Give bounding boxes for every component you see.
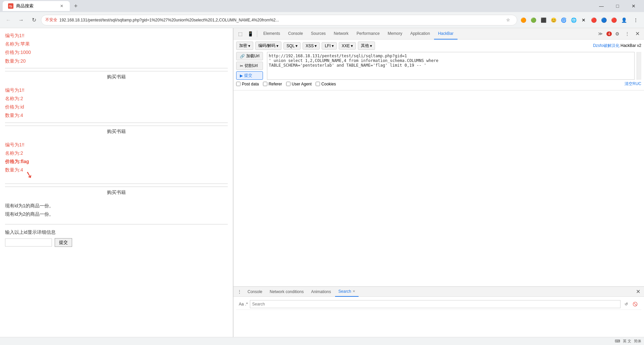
drawer-close-button[interactable]: ✕ — [634, 288, 642, 296]
product-2-line3: 价格为:id — [5, 103, 228, 111]
tab-memory[interactable]: Memory — [384, 28, 406, 40]
title-bar: 🛍 商品搜索 ✕ + — □ ✕ — [0, 0, 644, 12]
devtools-more-button[interactable]: ≫ — [596, 29, 605, 39]
back-button[interactable]: ← — [3, 14, 14, 26]
buy-link-1[interactable]: 购买书籍 — [5, 71, 228, 83]
ext-icon-9[interactable]: 🔵 — [599, 15, 608, 25]
search-regex-label: .* — [245, 302, 248, 306]
address-text: 192.168.18.131/pentest/test/sqli/sqltamp… — [59, 18, 501, 22]
devtools-content-area — [233, 90, 644, 286]
drawer-tab-search-close[interactable]: ✕ — [353, 289, 355, 293]
tab-performance[interactable]: Performance — [353, 28, 384, 40]
close-button[interactable]: ✕ — [626, 0, 641, 12]
clear-ruc-button[interactable]: 清空RUC — [625, 81, 641, 87]
tab-elements[interactable]: Elements — [259, 28, 284, 40]
tab-console[interactable]: Console — [284, 28, 307, 40]
drawer-options-button[interactable]: ⋮ — [235, 289, 244, 294]
product-block-2: 编号为1!! 名称为:2 价格为:id 数量为:4 购买书籍 — [5, 86, 228, 137]
load-icon: 🔗 — [240, 54, 245, 59]
ext-icon-7[interactable]: ✕ — [579, 15, 588, 25]
drawer-tab-network-conditions[interactable]: Network conditions — [266, 287, 307, 297]
submit-button[interactable]: ▶ 提交 — [236, 71, 263, 80]
drawer-tab-console[interactable]: Console — [244, 287, 266, 297]
split-url-button[interactable]: ✂ 切割Url — [236, 62, 263, 70]
page-content: 编号为1!! 名称为:苹果 价格为:1000 数量为:20 购买书籍 编号为1!… — [0, 28, 233, 337]
form-submit-button[interactable]: 提交 — [55, 238, 72, 247]
xxe-dropdown[interactable]: XXE ▾ — [339, 42, 356, 50]
search-refresh-button[interactable]: ↺ — [623, 300, 630, 308]
error-badge: 4 — [606, 31, 612, 36]
hackbar-scrollbar[interactable] — [637, 52, 641, 80]
product-block-1: 编号为1!! 名称为:苹果 价格为:1000 数量为:20 购买书籍 — [5, 31, 228, 83]
post-data-checkbox[interactable]: Post data — [236, 82, 259, 86]
ext-icon-1[interactable]: 🟠 — [519, 15, 528, 25]
drawer-tab-search[interactable]: Search ✕ — [335, 287, 359, 297]
hackbar-credit-link[interactable]: Dzsfo破解汉化 — [593, 43, 620, 48]
devtools-device-button[interactable]: 📱 — [246, 29, 255, 39]
product-id-input[interactable] — [5, 238, 52, 247]
divider-1 — [5, 68, 228, 68]
maximize-button[interactable]: □ — [610, 0, 625, 12]
referer-input[interactable] — [263, 82, 267, 86]
cookies-checkbox[interactable]: Cookies — [316, 82, 336, 86]
divider-2 — [5, 123, 228, 123]
buy-link-2[interactable]: 购买书籍 — [5, 126, 228, 137]
buy-link-3[interactable]: 购买书籍 — [5, 187, 228, 198]
tab-hackbar[interactable]: HackBar — [434, 28, 458, 40]
user-agent-checkbox[interactable]: User Agent — [286, 82, 312, 86]
divider-form — [5, 224, 228, 224]
product-search-form: 输入以上id显示详细信息 提交 — [5, 229, 228, 247]
tab-application[interactable]: Application — [406, 28, 434, 40]
chrome-menu-button[interactable]: ⋮ — [630, 14, 641, 26]
sql-dropdown[interactable]: SQL ▾ — [283, 42, 301, 50]
ext-icon-5[interactable]: 🌀 — [559, 15, 568, 25]
tab-network[interactable]: Network — [330, 28, 353, 40]
search-actions: ↺ 🚫 — [623, 300, 639, 308]
search-clear-button[interactable]: 🚫 — [631, 300, 639, 308]
encode-dropdown[interactable]: 编码/解码 ▾ — [255, 42, 281, 50]
encrypt-dropdown[interactable]: 加密 ▾ — [236, 42, 253, 50]
tab-close-button[interactable]: ✕ — [59, 3, 64, 9]
ext-icon-6[interactable]: 🌐 — [569, 15, 578, 25]
ext-icon-8[interactable]: 🔴 — [589, 15, 598, 25]
search-input[interactable] — [250, 300, 621, 308]
lfi-dropdown[interactable]: LFI ▾ — [322, 42, 336, 50]
user-agent-input[interactable] — [286, 82, 290, 86]
referer-checkbox[interactable]: Referer — [263, 82, 282, 86]
load-url-button[interactable]: 🔗 加载Url — [236, 52, 263, 60]
new-tab-button[interactable]: + — [71, 1, 80, 11]
tab-sources[interactable]: Sources — [307, 28, 330, 40]
ext-icon-2[interactable]: 🟢 — [529, 15, 538, 25]
chevron-down-icon-6: ▾ — [351, 44, 353, 48]
chevron-down-icon-7: ▾ — [370, 44, 372, 48]
other-dropdown[interactable]: 其他 ▾ — [358, 42, 375, 50]
browser-tab[interactable]: 🛍 商品搜索 ✕ — [3, 1, 70, 11]
devtools-settings-button[interactable]: ⚙ — [612, 29, 622, 39]
drawer-tab-animations[interactable]: Animations — [308, 287, 334, 297]
devtools-kebab-button[interactable]: ⋮ — [623, 29, 632, 39]
xss-dropdown[interactable]: XSS ▾ — [303, 42, 320, 50]
ext-icon-4[interactable]: 😊 — [549, 15, 558, 25]
forward-button[interactable]: → — [15, 14, 27, 26]
devtools-inspect-button[interactable]: ⬚ — [235, 29, 245, 39]
devtools-close-button[interactable]: ✕ — [633, 29, 642, 39]
hackbar-action-buttons: 🔗 加载Url ✂ 切割Url ▶ 提交 — [236, 52, 265, 80]
play-icon: ▶ — [240, 73, 243, 78]
post-data-input[interactable] — [236, 82, 240, 86]
minimize-button[interactable]: — — [594, 0, 609, 12]
ext-icon-10[interactable]: 🔴 — [609, 15, 619, 25]
address-bar[interactable]: 不安全 192.168.18.131/pentest/test/sqli/sql… — [41, 15, 517, 25]
reload-button[interactable]: ↻ — [28, 14, 40, 26]
chevron-down-icon-4: ▾ — [315, 44, 317, 48]
chevron-down-icon-3: ▾ — [296, 44, 298, 48]
ext-icon-3[interactable]: ⬛ — [539, 15, 548, 25]
info-section: 现有id为1的商品一份。 现有id为2的商品一份。 — [5, 202, 228, 218]
devtools-tabs: Elements Console Sources Network Perform… — [259, 28, 595, 40]
cookies-input[interactable] — [316, 82, 320, 86]
profile-icon[interactable]: 👤 — [619, 15, 629, 25]
product-3-info: 编号为1!! 名称为:2 价格为:flag 数量为:4 — [5, 141, 228, 175]
hackbar-url-textarea[interactable]: http://192.168.18.131/pentest/test/sqli/… — [267, 52, 635, 80]
language-indicator: 简体 — [634, 339, 641, 344]
devtools-panel: ⬚ 📱 Elements Console Sources Network — [233, 28, 644, 337]
bookmark-button[interactable]: ☆ — [503, 15, 513, 25]
